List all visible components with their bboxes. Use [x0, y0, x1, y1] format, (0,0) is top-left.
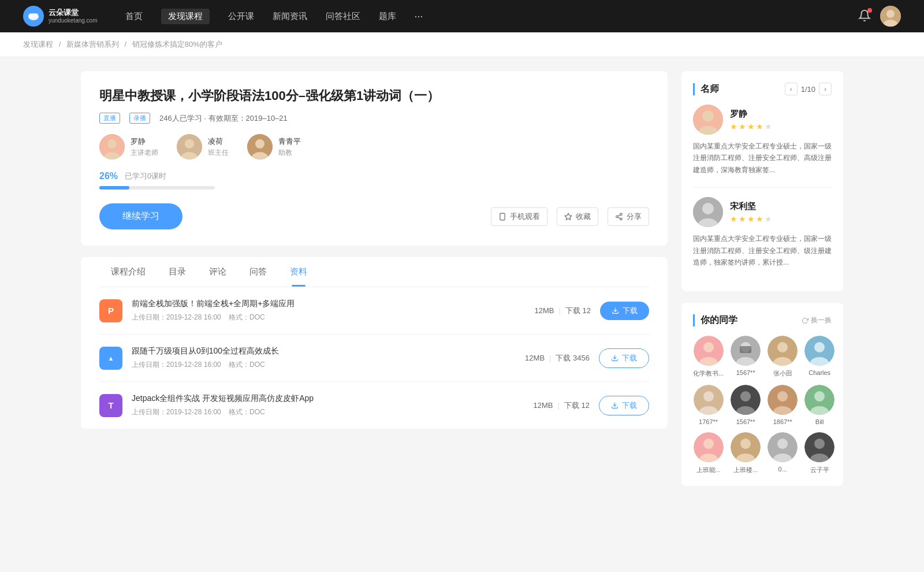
teacher-prev-btn[interactable]: ‹	[785, 83, 798, 95]
mobile-icon	[498, 213, 506, 221]
user-avatar-nav[interactable]	[880, 6, 901, 27]
breadcrumb-current[interactable]: 销冠修炼术搞定80%的客户	[132, 40, 222, 49]
classmate-avatar-7	[804, 385, 834, 415]
tab-qa[interactable]: 问答	[238, 257, 278, 287]
file-name-0: 前端全栈加强版！前端全栈+全周期+多端应用	[132, 299, 526, 309]
download-button-1[interactable]: 下载	[599, 348, 649, 368]
classmate-8[interactable]: 上班能...	[693, 432, 724, 474]
badge-live: 直播	[99, 113, 120, 124]
svg-point-2	[33, 13, 38, 17]
classmate-10[interactable]: 0...	[767, 432, 798, 474]
classmate-9[interactable]: 上班楼...	[731, 432, 761, 474]
mobile-watch-label: 手机观看	[510, 211, 540, 222]
classmate-avatar-9	[731, 432, 761, 462]
svg-point-67	[814, 439, 825, 449]
classmate-name-4: 1767**	[699, 418, 718, 425]
classmates-grid: 化学教书... 1567** 张小田	[693, 336, 832, 474]
teacher-divider	[693, 187, 832, 188]
file-format-1: 格式：DOC	[229, 361, 265, 369]
notification-dot	[867, 8, 872, 13]
classmate-4[interactable]: 1767**	[693, 385, 724, 425]
classmate-avatar-6	[767, 385, 798, 415]
classmate-avatar-5	[731, 385, 761, 415]
file-info-0: 前端全栈加强版！前端全栈+全周期+多端应用 上传日期：2019-12-28 16…	[132, 299, 526, 322]
classmate-2[interactable]: 张小田	[767, 336, 798, 378]
download-icon-1	[611, 354, 619, 362]
nav-home[interactable]: 首页	[125, 9, 143, 24]
mobile-watch-button[interactable]: 手机观看	[491, 207, 547, 226]
notification-bell[interactable]	[858, 9, 871, 24]
teacher-name-0: 罗静	[131, 136, 158, 147]
file-format-0: 格式：DOC	[229, 313, 265, 321]
download-button-0[interactable]: 下载	[600, 302, 649, 320]
badge-record: 录播	[129, 113, 150, 124]
teacher-info-1: 凌荷 班主任	[208, 136, 229, 158]
classmate-5[interactable]: 1567**	[731, 385, 761, 425]
logo[interactable]: 云朵课堂 yunduoketang.com	[23, 6, 98, 27]
course-meta-text: 246人已学习 · 有效期至：2019–10–21	[159, 113, 288, 124]
course-card: 明星中教授课，小学阶段语法100分–强化级第1讲动词（一） 直播 录播 246人…	[81, 71, 668, 246]
nav-quiz[interactable]: 题库	[379, 9, 396, 24]
stat-sep-2: |	[558, 401, 560, 410]
file-meta-0: 上传日期：2019-12-28 16:00 格式：DOC	[132, 313, 526, 322]
svg-rect-15	[500, 213, 505, 220]
file-item-1: ▲ 跟随千万级项目从0到100全过程高效成长 上传日期：2019-12-28 1…	[99, 335, 649, 382]
nav-qa[interactable]: 问答社区	[326, 9, 360, 24]
share-label: 分享	[627, 211, 642, 222]
classmate-name-1: 1567**	[736, 369, 755, 376]
download-button-2[interactable]: 下载	[599, 396, 649, 415]
classmate-name-6: 1867**	[773, 418, 792, 425]
nav-public[interactable]: 公开课	[228, 9, 254, 24]
continue-button[interactable]: 继续学习	[99, 203, 182, 229]
file-downloads-2: 下载 12	[564, 400, 590, 411]
svg-point-52	[777, 391, 788, 402]
breadcrumb-series[interactable]: 新媒体营销系列	[66, 40, 119, 49]
progress-desc: 已学习0课时	[125, 171, 166, 181]
classmate-avatar-3	[804, 336, 834, 366]
classmate-11[interactable]: 云子平	[804, 432, 834, 474]
nav-news[interactable]: 新闻资讯	[273, 9, 307, 24]
svg-point-10	[185, 139, 194, 148]
teacher-role-1: 班主任	[208, 148, 229, 158]
breadcrumb: 发现课程 / 新媒体营销系列 / 销冠修炼术搞定80%的客户	[0, 32, 924, 57]
course-actions: 继续学习 手机观看 收藏 分享	[99, 203, 649, 229]
teacher-next-btn[interactable]: ›	[819, 83, 832, 95]
refresh-label: 换一换	[811, 315, 832, 325]
tab-intro[interactable]: 课程介绍	[99, 257, 157, 287]
classmate-3[interactable]: Charles	[804, 336, 834, 378]
classmate-0[interactable]: 化学教书...	[693, 336, 724, 378]
file-date-2: 上传日期：2019-12-28 16:00	[132, 408, 221, 416]
download-label-1: 下载	[622, 353, 637, 363]
tab-comments[interactable]: 评论	[198, 257, 238, 287]
sidebar-teacher-header-0: 罗静 ★ ★ ★ ★ ★	[693, 105, 832, 135]
nav-more[interactable]: ···	[415, 8, 423, 25]
classmate-name-0: 化学教书...	[693, 369, 724, 378]
classmate-name-8: 上班能...	[696, 466, 721, 474]
teacher-role-2: 助教	[278, 148, 301, 158]
classmate-avatar-10	[767, 432, 798, 462]
sidebar-teacher-stars-0: ★ ★ ★ ★ ★	[730, 122, 772, 131]
nav-discover[interactable]: 发现课程	[161, 9, 210, 24]
refresh-button[interactable]: 换一换	[802, 315, 832, 325]
tab-contents[interactable]: 目录	[157, 257, 198, 287]
collect-button[interactable]: 收藏	[557, 207, 598, 226]
classmate-6[interactable]: 1867**	[767, 385, 798, 425]
tab-files[interactable]: 资料	[278, 257, 319, 287]
svg-point-33	[703, 342, 714, 352]
file-info-2: Jetpack全组件实战 开发短视频应用高仿皮皮虾App 上传日期：2019-1…	[132, 393, 524, 417]
svg-point-19	[616, 216, 619, 218]
classmate-name-5: 1567**	[736, 418, 755, 425]
classmate-name-9: 上班楼...	[733, 466, 758, 474]
svg-point-13	[255, 139, 264, 148]
tabs-header: 课程介绍 目录 评论 问答 资料	[99, 257, 649, 287]
share-button[interactable]: 分享	[608, 207, 649, 226]
svg-point-61	[740, 439, 751, 449]
svg-point-1	[28, 13, 34, 18]
classmate-1[interactable]: 1567**	[731, 336, 761, 378]
teacher-2: 青青平 助教	[247, 134, 301, 159]
teachers-sidebar-card: 名师 ‹ 1/10 › 罗静	[681, 71, 843, 291]
classmate-7[interactable]: Bill	[804, 385, 834, 425]
share-icon	[615, 213, 623, 221]
breadcrumb-discover[interactable]: 发现课程	[23, 40, 53, 49]
svg-line-22	[618, 214, 620, 216]
